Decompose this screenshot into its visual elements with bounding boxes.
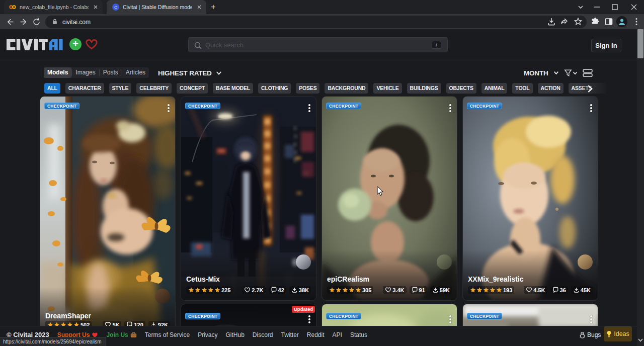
svg-text:C: C [114,5,117,10]
